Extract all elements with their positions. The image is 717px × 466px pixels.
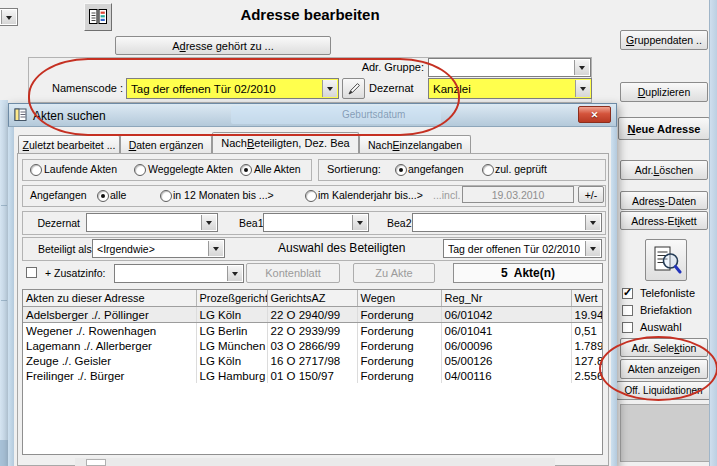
- radio-alle-akten[interactable]: [240, 164, 252, 176]
- bea1-label: Bea1: [239, 217, 264, 229]
- auswahl-checkbox[interactable]: [622, 322, 633, 333]
- cell-regnr: 04/00116: [441, 368, 571, 383]
- adr-selektion-button[interactable]: Adr. Selektion: [620, 338, 708, 357]
- akten-count: 5 Akte(n): [453, 263, 603, 283]
- chevron-down-icon[interactable]: [322, 80, 337, 97]
- table-row[interactable]: Lagemann ./. Allerberger LG München 03 O…: [23, 338, 603, 353]
- auswahl-label: Auswahl: [640, 321, 682, 333]
- close-button[interactable]: ✕: [578, 106, 611, 123]
- column-header[interactable]: Wegen: [357, 290, 441, 307]
- background-panel: [620, 404, 712, 462]
- adressbuch-icon-button[interactable]: [84, 3, 112, 31]
- chevron-down-icon[interactable]: [208, 241, 223, 256]
- background-combobox-fragment[interactable]: [0, 8, 18, 26]
- table-row[interactable]: Zeuge ./. Geisler LG Köln 16 O 2717/98 F…: [23, 353, 603, 368]
- dezernat-select[interactable]: Kanzlei: [428, 78, 592, 99]
- briefaktion-checkbox[interactable]: [622, 305, 633, 316]
- namenscode-select[interactable]: Tag der offenen Tür 02/2010: [126, 78, 339, 99]
- pencil-icon: [347, 82, 361, 96]
- akten-anzeigen-button[interactable]: Akten anzeigen: [620, 359, 708, 379]
- akten-suchen-icon-button[interactable]: [645, 239, 687, 281]
- cell-akte: Adelsberger ./. Pöllinger: [23, 307, 196, 323]
- chevron-down-icon[interactable]: [352, 215, 367, 230]
- chevron-down-icon[interactable]: [585, 215, 600, 230]
- glass-reflection: [231, 106, 441, 124]
- column-header[interactable]: GerichtsAZ: [267, 290, 357, 307]
- divider: [1, 205, 7, 206]
- chevron-down-icon[interactable]: [201, 215, 216, 230]
- tab-nach-einzelangaben[interactable]: Nach Einzelangaben: [359, 135, 471, 153]
- neue-adresse-button[interactable]: Neue Adresse: [618, 117, 710, 140]
- angefangen-label: Angefangen: [30, 189, 87, 201]
- plusminus-button[interactable]: +/-: [578, 186, 604, 203]
- cell-gericht: LG Köln: [196, 353, 267, 368]
- edit-namenscode-button[interactable]: [342, 78, 365, 99]
- dlg-dezernat-select[interactable]: [86, 213, 218, 232]
- column-header[interactable]: Akten zu dieser Adresse: [23, 290, 196, 307]
- radio-12-monate[interactable]: [160, 190, 172, 202]
- akten-table-container: Akten zu dieser Adresse Prozeßgericht Ge…: [22, 289, 603, 455]
- cell-wert: 0,51: [571, 323, 603, 339]
- gruppendaten-button[interactable]: Gruppendaten ..: [620, 30, 708, 50]
- zusatzinfo-checkbox[interactable]: [26, 267, 37, 278]
- sort-zul-geprueft-label: zul. geprüft: [495, 163, 547, 175]
- zu-akte-button: Zu Akte: [353, 263, 435, 283]
- cell-gerichtsaz: 03 O 2866/99: [267, 338, 357, 353]
- chevron-down-icon[interactable]: [1, 10, 16, 24]
- cell-gerichtsaz: 01 O 150/97: [267, 368, 357, 383]
- table-row[interactable]: Adelsberger ./. Pöllinger LG Köln 22 O 2…: [23, 307, 603, 323]
- tab-nach-beteiligten[interactable]: Nach Beteiligten, Dez. Bea: [212, 132, 359, 153]
- column-header[interactable]: Reg_Nr: [441, 290, 571, 307]
- adress-etikett-button[interactable]: Adress-Etikett: [620, 211, 708, 230]
- radio-angefangen-alle[interactable]: [97, 190, 109, 202]
- dezernat-label: Dezernat: [369, 82, 414, 94]
- 12-monate-label: in 12 Monaten bis ...>: [173, 189, 274, 201]
- cell-gericht: LG Köln: [196, 307, 267, 323]
- bea2-select[interactable]: [412, 213, 602, 232]
- adr-gruppe-select[interactable]: [428, 58, 591, 77]
- window-edge-right: [709, 0, 717, 466]
- column-header[interactable]: Prozeßgericht: [196, 290, 267, 307]
- akten-table: Akten zu dieser Adresse Prozeßgericht Ge…: [23, 290, 603, 383]
- adress-daten-button[interactable]: Adress-Daten: [620, 191, 708, 210]
- cell-wegen: Forderung: [357, 323, 441, 339]
- cell-gericht: LG Hamburg: [196, 368, 267, 383]
- cell-gerichtsaz: 22 O 2939/99: [267, 323, 357, 339]
- chevron-down-icon[interactable]: [585, 241, 600, 256]
- telefonliste-checkbox[interactable]: [622, 288, 633, 299]
- cell-akte: Freilinger ./. Bürger: [23, 368, 196, 383]
- cell-wegen: Forderung: [357, 353, 441, 368]
- auswahl-beteiligten-select[interactable]: Tag der offenen Tür 02/2010: [443, 239, 602, 258]
- cell-akte: Lagemann ./. Allerberger: [23, 338, 196, 353]
- weggelegte-akten-label: Weggelegte Akten: [148, 163, 233, 175]
- adr-loeschen-button[interactable]: Adr. Löschen: [620, 160, 708, 180]
- cell-wert: 2.556: [571, 368, 603, 383]
- tab-zuletzt-bearbeitet[interactable]: Zuletzt bearbeitet ...: [18, 135, 120, 153]
- cell-regnr: 06/01042: [441, 307, 571, 323]
- adressbuch-icon: [88, 7, 108, 27]
- cell-akte: Wegener ./. Rowenhagen: [23, 323, 196, 339]
- chevron-down-icon[interactable]: [575, 80, 590, 97]
- chevron-down-icon[interactable]: [227, 266, 242, 281]
- alle-akten-label: Alle Akten: [254, 163, 301, 175]
- radio-sort-zul-geprueft[interactable]: [482, 164, 494, 176]
- table-row[interactable]: Wegener ./. Rowenhagen LG Berlin 22 O 29…: [23, 323, 603, 339]
- radio-weggelegte-akten[interactable]: [134, 164, 146, 176]
- clipped-bottom-checkbox: [86, 459, 106, 466]
- adresse-gehoert-zu-button[interactable]: Adresse gehört zu ...: [115, 36, 331, 55]
- off-liquidationen-button[interactable]: Off. Liquidationen: [616, 381, 711, 400]
- radio-kalenderjahr[interactable]: [305, 190, 317, 202]
- zusatzinfo-select[interactable]: [114, 264, 244, 283]
- tab-daten-ergaenzen[interactable]: Daten ergänzen: [120, 135, 212, 153]
- divider: [1, 300, 7, 301]
- column-header[interactable]: Wert: [571, 290, 603, 307]
- table-row[interactable]: Freilinger ./. Bürger LG Hamburg 01 O 15…: [23, 368, 603, 383]
- sortierung-label: Sortierung:: [327, 163, 381, 175]
- bea1-select[interactable]: [263, 213, 369, 232]
- beteiligt-als-select[interactable]: <Irgendwie>: [92, 239, 225, 258]
- chevron-down-icon[interactable]: [574, 60, 589, 75]
- kalenderjahr-label: im Kalenderjahr bis...>: [318, 189, 423, 201]
- duplizieren-button[interactable]: Duplizieren: [620, 82, 708, 102]
- radio-sort-angefangen[interactable]: [395, 164, 407, 176]
- radio-laufende-akten[interactable]: [30, 164, 42, 176]
